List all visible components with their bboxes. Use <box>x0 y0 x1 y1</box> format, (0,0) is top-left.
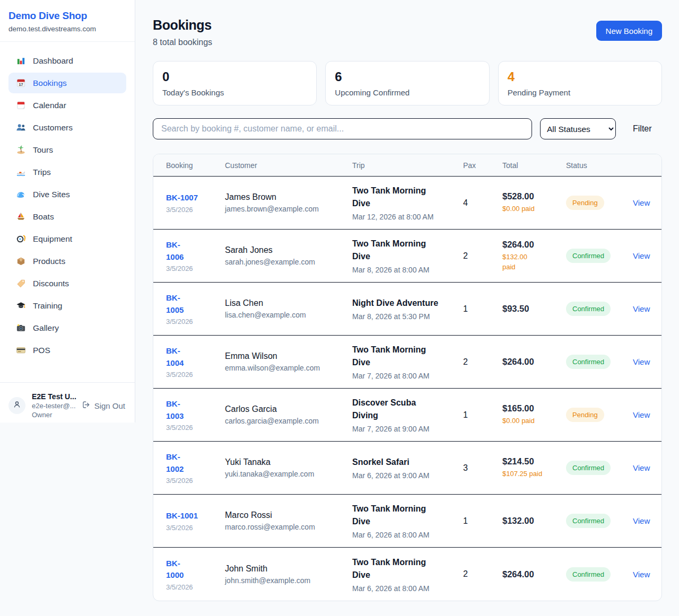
stat-cards: 0Today's Bookings6Upcoming Confirmed4Pen… <box>153 61 662 105</box>
trip-cell: Snorkel SafariMar 6, 2026 at 9:00 AM <box>352 456 463 480</box>
stat-value: 0 <box>162 69 307 84</box>
trips-icon <box>16 167 26 177</box>
stat-card-upcoming-confirmed: 6Upcoming Confirmed <box>325 61 489 105</box>
view-link[interactable]: View <box>622 198 650 207</box>
sidebar-item-label: Boats <box>33 212 54 222</box>
status-cell: Confirmed <box>566 567 622 582</box>
total-cell: $165.00$0.00 paid <box>502 403 566 426</box>
trip-datetime: Mar 6, 2026 at 9:00 AM <box>352 471 463 480</box>
sidebar-item-customers[interactable]: Customers <box>8 117 126 138</box>
booking-row-bk-1007: BK-10073/5/2026James Brownjames.brown@ex… <box>153 177 661 230</box>
user-role: Owner <box>32 411 75 419</box>
booking-id-link[interactable]: BK-1007 <box>166 192 225 204</box>
booking-cell: BK-10003/5/2026 <box>166 558 225 591</box>
sidebar-item-bookings[interactable]: 17Bookings <box>8 73 126 93</box>
customer-email: lisa.chen@example.com <box>225 311 352 319</box>
trip-cell: Discover ScubaDivingMar 7, 2026 at 9:00 … <box>352 397 463 433</box>
booking-cell: BK-10043/5/2026 <box>166 345 225 379</box>
booking-date: 3/5/2026 <box>166 583 225 591</box>
booking-id-link[interactable]: BK-1003 <box>166 398 225 422</box>
search-input[interactable] <box>153 118 532 139</box>
status-badge: Confirmed <box>566 302 611 316</box>
sidebar-item-pos[interactable]: POS <box>8 340 126 360</box>
booking-row-bk-1000: BK-10003/5/2026John Smithjohn.smith@exam… <box>153 548 661 601</box>
sidebar-item-label: Gallery <box>33 323 59 333</box>
sidebar-item-trips[interactable]: Trips <box>8 162 126 182</box>
products-icon <box>16 256 26 266</box>
sidebar-item-label: Bookings <box>33 78 67 88</box>
pax-value: 2 <box>463 357 502 367</box>
view-link[interactable]: View <box>622 463 650 472</box>
column-header-trip: Trip <box>352 161 463 170</box>
trip-datetime: Mar 12, 2026 at 8:00 AM <box>352 213 463 221</box>
total-cell: $528.00$0.00 paid <box>502 191 566 214</box>
booking-id-link[interactable]: BK-1001 <box>166 510 225 522</box>
dive-sites-icon <box>16 189 26 199</box>
customer-cell: John Smithjohn.smith@example.com <box>225 564 352 585</box>
stat-label: Upcoming Confirmed <box>335 88 480 97</box>
view-link[interactable]: View <box>622 251 650 260</box>
booking-row-bk-1006: BK-10063/5/2026Sarah Jonessarah.jones@ex… <box>153 230 661 283</box>
booking-cell: BK-10023/5/2026 <box>166 451 225 485</box>
paid-amount: $0.00 paid <box>502 204 566 214</box>
customer-name: John Smith <box>225 564 352 574</box>
booking-date: 3/5/2026 <box>166 265 225 272</box>
total-cell: $264.00 <box>502 569 566 579</box>
sidebar-item-training[interactable]: Training <box>8 295 126 316</box>
booking-date: 3/5/2026 <box>166 424 225 432</box>
paid-amount: $0.00 paid <box>502 416 566 426</box>
sidebar-item-label: Customers <box>33 123 73 133</box>
sidebar-item-dive-sites[interactable]: Dive Sites <box>8 184 126 205</box>
sidebar-item-products[interactable]: Products <box>8 251 126 271</box>
total-cell: $264.00 <box>502 357 566 367</box>
view-link[interactable]: View <box>622 357 650 366</box>
view-link[interactable]: View <box>622 410 650 419</box>
sidebar-item-label: Calendar <box>33 101 66 110</box>
sidebar-item-calendar[interactable]: Calendar <box>8 95 126 116</box>
total-amount: $264.00 <box>502 569 566 579</box>
customer-name: Lisa Chen <box>225 298 352 308</box>
main-content: Bookings 8 total bookings New Booking 0T… <box>135 0 679 616</box>
sidebar-item-discounts[interactable]: Discounts <box>8 273 126 294</box>
view-link[interactable]: View <box>622 516 650 525</box>
total-amount: $132.00 <box>502 516 566 526</box>
sidebar: Demo Dive Shop demo.test.divestreams.com… <box>0 0 135 423</box>
booking-id-link[interactable]: BK-1004 <box>166 345 225 369</box>
sidebar-item-dashboard[interactable]: Dashboard <box>8 50 126 71</box>
new-booking-button[interactable]: New Booking <box>596 21 662 41</box>
trip-datetime: Mar 8, 2026 at 5:30 PM <box>352 312 463 321</box>
status-select[interactable]: All Statuses <box>540 118 616 139</box>
trip-name: Night Dive Adventure <box>352 297 463 310</box>
view-link[interactable]: View <box>622 304 650 313</box>
booking-cell: BK-10053/5/2026 <box>166 292 225 325</box>
sidebar-item-tours[interactable]: Tours <box>8 139 126 160</box>
discounts-icon <box>16 278 26 288</box>
booking-id-link[interactable]: BK-1006 <box>166 239 225 263</box>
status-badge: Pending <box>566 408 604 422</box>
svg-text:17: 17 <box>19 83 23 87</box>
trip-cell: Two Tank MorningDiveMar 12, 2026 at 8:00… <box>352 184 463 221</box>
trip-name: Two Tank MorningDive <box>352 237 463 263</box>
trip-datetime: Mar 8, 2026 at 8:00 AM <box>352 266 463 274</box>
booking-date: 3/5/2026 <box>166 206 225 214</box>
sidebar-item-equipment[interactable]: Equipment <box>8 228 126 249</box>
booking-row-bk-1004: BK-10043/5/2026Emma Wilsonemma.wilson@ex… <box>153 336 661 389</box>
sidebar-item-gallery[interactable]: Gallery <box>8 318 126 338</box>
view-link[interactable]: View <box>622 570 650 579</box>
paid-amount: $107.25 paid <box>502 469 566 479</box>
pax-value: 3 <box>463 463 502 473</box>
sign-out-button[interactable]: Sign Out <box>82 400 126 411</box>
total-amount: $264.00 <box>502 240 566 250</box>
booking-cell: BK-10013/5/2026 <box>166 510 225 532</box>
booking-id-link[interactable]: BK-1002 <box>166 451 225 475</box>
filter-button[interactable]: Filter <box>633 124 652 134</box>
trip-name: Snorkel Safari <box>352 456 463 469</box>
booking-id-link[interactable]: BK-1000 <box>166 558 225 582</box>
pax-value: 1 <box>463 304 502 314</box>
status-badge: Confirmed <box>566 355 611 369</box>
booking-id-link[interactable]: BK-1005 <box>166 292 225 316</box>
sidebar-item-boats[interactable]: Boats <box>8 206 126 227</box>
customer-name: James Brown <box>225 192 352 202</box>
total-amount: $214.50 <box>502 456 566 467</box>
user-footer: E2E Test U... e2e-tester@... Owner Sign … <box>0 382 135 423</box>
